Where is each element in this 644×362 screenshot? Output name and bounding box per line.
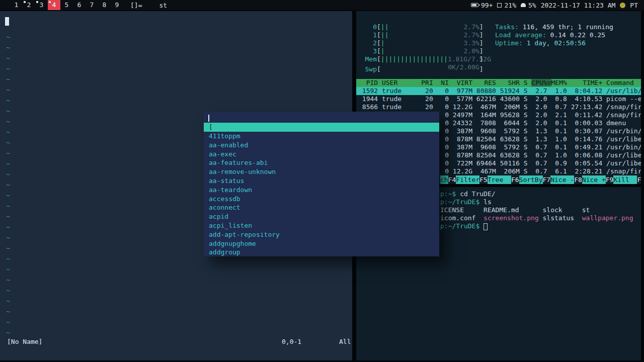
header-sort-column[interactable]: CPU%▽ xyxy=(531,79,551,86)
vim-statusline: [No Name] 0,0-1 All xyxy=(0,338,352,348)
vim-tilde: ~ xyxy=(6,169,10,180)
fkey-f4[interactable]: F4Filter xyxy=(448,175,480,184)
status-area: 99+ 21% 5% 2022-11-17 11:23 AM PT xyxy=(471,2,644,9)
htop-fkeys: chF4FilterF5Tree F6SortByF7Nice -F8Nice … xyxy=(440,175,641,184)
tag-9[interactable]: 9 xyxy=(111,0,123,10)
tag-1[interactable]: 1 xyxy=(10,0,23,10)
scroll-position: All xyxy=(339,338,351,345)
vim-tilde: ~ xyxy=(6,64,10,74)
htop-stat-line: Tasks: 116, 459 thr; 1 running xyxy=(495,23,613,31)
dmenu-item[interactable]: aa-features-abi xyxy=(204,158,439,167)
topbar: 123456789 []= st 99+ 21% 5% 2022-11-17 1… xyxy=(0,0,644,10)
workspace-tags: 123456789 xyxy=(10,0,123,10)
battery-icon xyxy=(471,3,478,7)
volume-status: 5% xyxy=(521,2,536,9)
htop-stat-line: Load average: 0.14 0.22 0.25 xyxy=(495,31,613,39)
volume-percent: 5% xyxy=(528,2,536,9)
vim-tilde: ~ xyxy=(6,138,10,148)
vim-tilde: ~ xyxy=(6,85,10,96)
bell-icon xyxy=(521,3,526,7)
dmenu-item[interactable]: aconnect xyxy=(204,203,439,212)
meter-0: 0[||2.7%] xyxy=(363,23,484,31)
window-title: st xyxy=(159,2,167,9)
vim-tilde: ~ xyxy=(6,180,10,191)
fkey-f7[interactable]: F7Nice - xyxy=(543,175,575,184)
header-columns-left: PID USER PRI NI VIRT RES SHR S xyxy=(358,79,531,86)
vim-tilde: ~ xyxy=(6,32,10,43)
terminal-lines: p:~$ cd TruDE/p:~/TruDE$ lsICENSE README… xyxy=(440,190,633,230)
terminal-cursor xyxy=(484,223,488,230)
tag-7[interactable]: 7 xyxy=(86,0,98,10)
vim-tilde: ~ xyxy=(6,159,10,169)
vim-tilde: ~ xyxy=(6,328,10,338)
battery-percent: 99+ xyxy=(481,2,493,9)
meter-2: 2[|3.3%] xyxy=(363,39,484,47)
meter-swp: Swp[0K/2.00G] xyxy=(363,63,484,71)
dmenu-input[interactable] xyxy=(204,114,439,123)
process-row[interactable]: 1592 trude 20 0 977M 80880 51924 S 2.7 1… xyxy=(356,87,641,95)
dmenu-selected-item[interactable]: [ xyxy=(204,123,439,132)
process-row[interactable]: 8566 trude 20 0 12.2G 467M 206M S 2.0 0.… xyxy=(356,103,641,111)
fkey-f10[interactable]: F10Quit xyxy=(637,175,641,184)
tag-3[interactable]: 3 xyxy=(35,0,48,10)
vim-tilde: ~ xyxy=(6,74,10,85)
dmenu-item[interactable]: addgroup xyxy=(204,248,439,256)
htop-stats: Tasks: 116, 459 thr; 1 runningLoad avera… xyxy=(495,23,613,47)
terminal-line: p:~/TruDE$ ls xyxy=(440,198,633,206)
process-table-header[interactable]: PID USER PRI NI VIRT RES SHR S CPU%▽MEM%… xyxy=(356,79,641,87)
process-row[interactable]: 1944 trude 20 0 577M 62216 43600 S 2.0 0… xyxy=(356,95,641,103)
dmenu-item[interactable]: aa-exec xyxy=(204,150,439,159)
tag-6[interactable]: 6 xyxy=(73,0,86,10)
storage-icon xyxy=(497,3,502,8)
vim-tilde: ~ xyxy=(6,233,10,243)
dmenu-popup: [ 411toppmaa-enabledaa-execaa-features-a… xyxy=(204,112,439,256)
dmenu-item[interactable]: add-apt-repository xyxy=(204,230,439,239)
tag-5[interactable]: 5 xyxy=(60,0,73,10)
dmenu-item[interactable]: 411toppm xyxy=(204,132,439,141)
fkey-f8[interactable]: F8Nice + xyxy=(574,175,606,184)
dmenu-item[interactable]: addgnupghome xyxy=(204,239,439,248)
dmenu-item[interactable]: aa-remove-unknown xyxy=(204,167,439,176)
dmenu-list: 411toppmaa-enabledaa-execaa-features-abi… xyxy=(204,132,439,256)
vim-tilde: ~ xyxy=(6,317,10,328)
indicator-dot-icon xyxy=(620,3,625,8)
meter-1: 1[||2.7%] xyxy=(363,31,484,39)
keyboard-layout: PT xyxy=(630,2,638,9)
layout-symbol[interactable]: []= xyxy=(130,2,142,9)
vim-tilde: ~ xyxy=(6,106,10,117)
vim-tilde: ~ xyxy=(6,254,10,264)
vim-tilde: ~ xyxy=(6,286,10,296)
vim-tilde: ~ xyxy=(6,201,10,212)
vim-tilde: ~ xyxy=(6,191,10,201)
fkey-f6[interactable]: F6SortBy xyxy=(511,175,543,184)
vim-cursor xyxy=(5,17,9,26)
vim-tilde: ~ xyxy=(6,296,10,307)
dmenu-item[interactable]: acpid xyxy=(204,212,439,221)
tag-occupied-indicator xyxy=(24,1,26,3)
meter-mem: Mem[|||||||||||||||||1.81G/7.52G] xyxy=(363,55,484,63)
terminal-line: ICENSE README.md slock st xyxy=(440,206,633,214)
vim-tilde: ~ xyxy=(6,127,10,138)
dmenu-caret xyxy=(208,115,209,122)
vim-tilde: ~ xyxy=(6,307,10,317)
storage-percent: 21% xyxy=(504,2,516,9)
tag-occupied-indicator xyxy=(49,1,51,3)
vim-tilde: ~ xyxy=(6,222,10,233)
header-columns-right: MEM% TIME+ Command xyxy=(551,79,634,86)
fkey-f5[interactable]: F5Tree xyxy=(479,175,511,184)
tag-4[interactable]: 4 xyxy=(48,0,60,10)
tag-occupied-indicator xyxy=(36,1,38,3)
meter-3: 3[|2.0%] xyxy=(363,47,484,55)
dmenu-item[interactable]: accessdb xyxy=(204,195,439,204)
dmenu-item[interactable]: aa-teardown xyxy=(204,186,439,195)
dmenu-item[interactable]: aa-enabled xyxy=(204,141,439,150)
terminal-line: icom.conf screenshot.png slstatus wallpa… xyxy=(440,214,633,222)
htop-stat-line: Uptime: 1 day, 02:50:56 xyxy=(495,39,613,47)
tag-8[interactable]: 8 xyxy=(98,0,111,10)
vim-tilde-column: ~~~~~~~~~~~~~~~~~~~~~~~~~~~~~ xyxy=(6,32,10,338)
dmenu-item[interactable]: aa-status xyxy=(204,176,439,186)
tag-2[interactable]: 2 xyxy=(23,0,35,10)
vim-tilde: ~ xyxy=(6,53,10,64)
dmenu-item[interactable]: acpi_listen xyxy=(204,221,439,230)
fkey-f9[interactable]: F9Kill xyxy=(606,175,637,184)
